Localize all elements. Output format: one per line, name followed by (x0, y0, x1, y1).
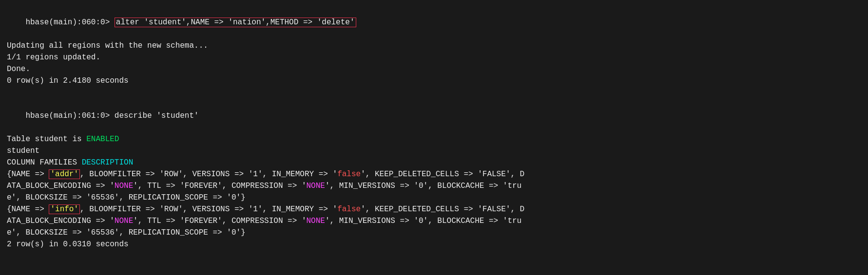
compression-none-1: NONE (307, 182, 325, 190)
prompt-2: hbase(main):061:0> (25, 111, 114, 120)
command-1: alter 'student',NAME => 'nation',METHOD … (115, 18, 356, 27)
addr-value: 'addr' (49, 169, 80, 179)
line-17: 2 row(s) in 0.0310 seconds (7, 238, 861, 250)
col-families-label: COLUMN FAMILIES (7, 158, 82, 167)
line-9: student (7, 145, 861, 157)
line-13: e', BLOCKSIZE => '65536', REPLICATION_SC… (7, 192, 861, 203)
line-11: {NAME => 'addr', BLOOMFILTER => 'ROW', V… (7, 168, 861, 180)
in-memory-false-1: false (337, 170, 361, 179)
encoding-none-1: NONE (115, 182, 133, 190)
in-memory-false-2: false (337, 205, 361, 214)
line-3: 1/1 regions updated. (7, 52, 861, 63)
line-1: hbase(main):060:0> alter 'student',NAME … (7, 5, 861, 40)
prompt-1: hbase(main):060:0> (25, 18, 114, 27)
line-14: {NAME => 'info', BLOOMFILTER => 'ROW', V… (7, 203, 861, 215)
line-7: hbase(main):061:0> describe 'student' (7, 98, 861, 133)
compression-none-2: NONE (307, 217, 325, 225)
line-8: Table student is ENABLED (7, 133, 861, 145)
line-15: ATA_BLOCK_ENCODING => 'NONE', TTL => 'FO… (7, 215, 861, 227)
info-value: 'info' (49, 204, 80, 214)
line-16: e', BLOCKSIZE => '65536', REPLICATION_SC… (7, 227, 861, 238)
table-status-label: Table student is (7, 135, 86, 144)
description-label: DESCRIPTION (82, 158, 134, 167)
command-2: describe 'student' (115, 111, 199, 120)
line-blank (7, 87, 861, 98)
encoding-none-2: NONE (115, 217, 133, 225)
line-10: COLUMN FAMILIES DESCRIPTION (7, 157, 861, 168)
line-2: Updating all regions with the new schema… (7, 40, 861, 52)
line-12: ATA_BLOCK_ENCODING => 'NONE', TTL => 'FO… (7, 180, 861, 192)
enabled-status: ENABLED (86, 135, 119, 144)
terminal: hbase(main):060:0> alter 'student',NAME … (7, 5, 861, 250)
line-4: Done. (7, 63, 861, 75)
line-5: 0 row(s) in 2.4180 seconds (7, 75, 861, 87)
